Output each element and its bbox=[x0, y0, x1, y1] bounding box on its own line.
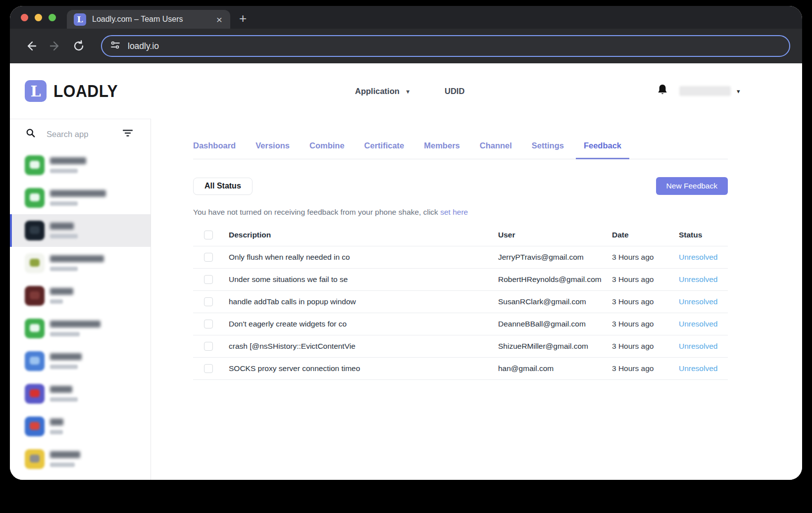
notification-bell-icon[interactable] bbox=[657, 84, 668, 98]
feedback-row[interactable]: Only flush when really needed in coJerry… bbox=[193, 246, 728, 269]
tab-versions[interactable]: Versions bbox=[255, 141, 290, 159]
app-icon bbox=[25, 449, 45, 469]
app-icon bbox=[25, 417, 45, 436]
search-icon bbox=[26, 128, 36, 140]
shake-feedback-notice: You have not turned on receiving feedbac… bbox=[193, 208, 728, 217]
feedback-description: SOCKS proxy server connection timeo bbox=[229, 364, 498, 373]
app-name-redacted bbox=[50, 353, 82, 360]
app-icon bbox=[25, 188, 45, 208]
tab-feedback[interactable]: Feedback bbox=[576, 141, 629, 159]
status-unresolved-link[interactable]: Unresolved bbox=[679, 253, 717, 261]
app-subtitle-redacted bbox=[50, 299, 63, 304]
app-search[interactable]: Search app bbox=[10, 119, 151, 149]
window-controls bbox=[10, 6, 67, 29]
close-window-button[interactable] bbox=[21, 14, 28, 21]
tab-settings[interactable]: Settings bbox=[532, 141, 564, 159]
minimize-window-button[interactable] bbox=[35, 14, 42, 21]
notice-text: You have not turned on receiving feedbac… bbox=[193, 208, 438, 216]
tab-combine[interactable]: Combine bbox=[309, 141, 345, 159]
user-name-redacted[interactable] bbox=[679, 86, 731, 96]
app-list-item-2[interactable] bbox=[10, 182, 151, 214]
status-filter-button[interactable]: All Status bbox=[193, 178, 253, 195]
app-name-redacted bbox=[50, 386, 72, 393]
feedback-table: Description User Date Status Only flush … bbox=[193, 224, 728, 380]
status-unresolved-link[interactable]: Unresolved bbox=[679, 275, 717, 283]
row-checkbox[interactable] bbox=[204, 253, 213, 262]
browser-tab-active[interactable]: L Loadly.com – Team Users × bbox=[67, 10, 230, 29]
app-list-item-10[interactable] bbox=[10, 443, 151, 475]
feedback-row[interactable]: Under some situations we fail to seRober… bbox=[193, 269, 728, 291]
app-list-item-6[interactable] bbox=[10, 312, 151, 345]
feedback-row[interactable]: Don't eagerly create widgets for coDeann… bbox=[193, 313, 728, 335]
site-settings-icon[interactable] bbox=[110, 40, 121, 52]
app-name-redacted bbox=[50, 190, 106, 197]
close-tab-icon[interactable]: × bbox=[214, 14, 224, 25]
new-tab-button[interactable]: + bbox=[239, 11, 247, 26]
app-list bbox=[10, 149, 151, 475]
favicon: L bbox=[74, 13, 86, 26]
app-list-item-4[interactable] bbox=[10, 247, 151, 280]
row-checkbox[interactable] bbox=[204, 320, 213, 328]
app-name-redacted bbox=[50, 321, 101, 327]
loadly-logo-icon[interactable]: L bbox=[25, 80, 47, 102]
row-checkbox[interactable] bbox=[204, 297, 213, 306]
main-panel: DashboardVersionsCombineCertificateMembe… bbox=[151, 119, 802, 480]
app-list-item-8[interactable] bbox=[10, 377, 151, 410]
app-subtitle-redacted bbox=[50, 201, 78, 206]
feedback-user-email: RobertHReynolds@gmail.com bbox=[498, 275, 612, 284]
select-all-checkbox[interactable] bbox=[204, 231, 213, 239]
new-feedback-button[interactable]: New Feedback bbox=[656, 177, 728, 195]
feedback-description: handle addTab calls in popup window bbox=[229, 297, 498, 306]
search-input[interactable]: Search app bbox=[47, 130, 112, 139]
app-subtitle-redacted bbox=[50, 169, 78, 173]
brand-name[interactable]: LOADLY bbox=[53, 81, 118, 101]
row-checkbox[interactable] bbox=[204, 275, 213, 284]
udid-link[interactable]: UDID bbox=[445, 87, 464, 96]
tab-members[interactable]: Members bbox=[424, 141, 459, 159]
tab-certificate[interactable]: Certificate bbox=[364, 141, 405, 159]
url-text[interactable]: loadly.io bbox=[128, 41, 159, 51]
row-checkbox[interactable] bbox=[204, 342, 213, 351]
app-list-item-3[interactable] bbox=[10, 214, 151, 247]
feedback-user-email: SusanRClark@gmail.com bbox=[498, 297, 612, 306]
chevron-down-icon: ▾ bbox=[406, 88, 409, 94]
filter-icon[interactable] bbox=[123, 129, 133, 139]
zoom-window-button[interactable] bbox=[49, 14, 56, 21]
set-here-link[interactable]: set here bbox=[440, 208, 468, 216]
user-menu-chevron-icon[interactable]: ▾ bbox=[737, 88, 740, 95]
feedback-row[interactable]: crash [@nsSHistory::EvictContentVieShizu… bbox=[193, 335, 728, 358]
feedback-date: 3 Hours ago bbox=[612, 364, 679, 373]
browser-toolbar: loadly.io bbox=[10, 29, 802, 63]
feedback-row[interactable]: handle addTab calls in popup windowSusan… bbox=[193, 291, 728, 313]
column-date: Date bbox=[612, 231, 679, 239]
app-list-item-1[interactable] bbox=[10, 149, 151, 182]
feedback-user-email: ShizueRMiller@gmail.com bbox=[498, 342, 612, 351]
feedback-user-email: han@gmail.com bbox=[498, 364, 612, 373]
column-user: User bbox=[498, 231, 612, 239]
status-unresolved-link[interactable]: Unresolved bbox=[679, 364, 717, 373]
status-unresolved-link[interactable]: Unresolved bbox=[679, 320, 717, 328]
feedback-row[interactable]: SOCKS proxy server connection timeohan@g… bbox=[193, 358, 728, 380]
tab-dashboard[interactable]: Dashboard bbox=[193, 141, 236, 159]
app-list-item-5[interactable] bbox=[10, 280, 151, 312]
app-name-redacted bbox=[50, 451, 80, 458]
status-unresolved-link[interactable]: Unresolved bbox=[679, 297, 717, 306]
browser-window: L Loadly.com – Team Users × + l bbox=[10, 6, 802, 480]
app-list-item-9[interactable] bbox=[10, 410, 151, 443]
url-bar[interactable]: loadly.io bbox=[101, 35, 790, 57]
row-checkbox[interactable] bbox=[204, 364, 213, 373]
tab-channel[interactable]: Channel bbox=[480, 141, 512, 159]
reload-icon[interactable] bbox=[70, 38, 87, 54]
status-unresolved-link[interactable]: Unresolved bbox=[679, 342, 717, 350]
app-subtitle-redacted bbox=[50, 234, 78, 238]
forward-icon[interactable] bbox=[47, 38, 63, 54]
back-icon[interactable] bbox=[23, 38, 40, 54]
app-sidebar: Search app bbox=[10, 119, 151, 480]
feedback-date: 3 Hours ago bbox=[612, 342, 679, 351]
app-subtitle-redacted bbox=[50, 463, 75, 467]
application-dropdown[interactable]: Application ▾ bbox=[355, 87, 409, 96]
feedback-date: 3 Hours ago bbox=[612, 320, 679, 328]
app-list-item-7[interactable] bbox=[10, 345, 151, 377]
app-icon bbox=[25, 384, 45, 404]
app-subtitle-redacted bbox=[50, 267, 78, 271]
